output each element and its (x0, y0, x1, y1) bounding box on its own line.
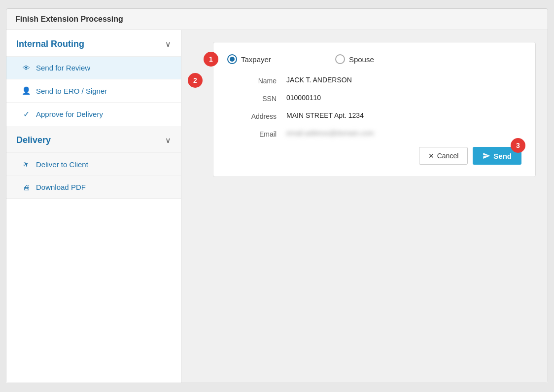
address-label: Address (227, 111, 277, 120)
name-value: JACK T. ANDERSON (286, 76, 352, 84)
spouse-radio-circle[interactable] (335, 54, 345, 64)
address-field-row: Address MAIN STREET Apt. 1234 (227, 111, 521, 120)
recipient-radio-row: 1 Taxpayer Spouse (227, 54, 521, 64)
sidebar-item-deliver-to-client[interactable]: ✈ Deliver to Client (6, 153, 181, 176)
name-field-row: Name JACK T. ANDERSON (227, 76, 521, 85)
spouse-radio-option[interactable]: Spouse (335, 54, 374, 64)
sidebar-item-send-to-ero[interactable]: 👤 Send to ERO / Signer (6, 79, 181, 102)
form-buttons-row: ✕ Cancel 3 Send (227, 147, 521, 165)
ssn-field-row: SSN 010000110 (227, 94, 521, 103)
send-to-ero-label: Send to ERO / Signer (36, 87, 107, 95)
fields-section: 2 Name JACK T. ANDERSON SSN 010000110 Ad… (227, 76, 521, 138)
internal-routing-header[interactable]: Internal Routing ∨ (6, 30, 181, 56)
taxpayer-radio-circle[interactable] (227, 54, 237, 64)
internal-routing-chevron: ∨ (165, 39, 171, 49)
internal-routing-title: Internal Routing (16, 39, 84, 49)
step-3-badge: 3 (511, 138, 525, 153)
delivery-chevron: ∨ (165, 136, 171, 145)
sidebar: Internal Routing ∨ 👁 Send for Review 👤 S… (6, 30, 181, 383)
form-card: 1 Taxpayer Spouse 2 Name JACK T. (213, 42, 536, 177)
cancel-label: Cancel (437, 152, 459, 160)
name-label: Name (227, 76, 277, 85)
window-title: Finish Extension Processing (15, 15, 123, 23)
ssn-value: 010000110 (286, 94, 321, 102)
taxpayer-label: Taxpayer (241, 55, 271, 64)
approve-delivery-label: Approve for Delivery (36, 110, 103, 118)
delivery-header[interactable]: Delivery ∨ (6, 126, 181, 152)
divider-7 (6, 198, 181, 199)
cancel-icon: ✕ (428, 152, 434, 160)
title-bar: Finish Extension Processing (6, 9, 548, 30)
send-for-review-label: Send for Review (36, 64, 90, 72)
email-value: email.address@domain.com (286, 129, 374, 137)
send-icon (483, 152, 490, 160)
plane-icon: ✈ (20, 158, 33, 171)
step-2-badge: 2 (188, 73, 203, 88)
content-area: Internal Routing ∨ 👁 Send for Review 👤 S… (6, 30, 548, 383)
email-label: Email (227, 129, 277, 138)
sidebar-item-approve-delivery[interactable]: ✓ Approve for Delivery (6, 103, 181, 126)
send-button[interactable]: 3 Send (473, 147, 521, 165)
person-icon: 👤 (21, 86, 31, 95)
main-window: Finish Extension Processing Internal Rou… (6, 8, 548, 383)
sidebar-item-download-pdf[interactable]: 🖨 Download PDF (6, 176, 181, 198)
print-icon: 🖨 (21, 183, 31, 191)
download-pdf-label: Download PDF (36, 183, 86, 191)
check-icon: ✓ (21, 109, 31, 119)
ssn-label: SSN (227, 94, 277, 103)
deliver-to-client-label: Deliver to Client (36, 160, 88, 169)
step-1-badge: 1 (204, 52, 218, 67)
delivery-title: Delivery (16, 135, 51, 145)
address-value: MAIN STREET Apt. 1234 (286, 111, 364, 119)
email-field-row: Email email.address@domain.com (227, 129, 521, 138)
main-content: 1 Taxpayer Spouse 2 Name JACK T. (181, 30, 548, 383)
sidebar-item-send-for-review[interactable]: 👁 Send for Review (6, 57, 181, 79)
spouse-label: Spouse (349, 55, 374, 64)
taxpayer-radio-option[interactable]: Taxpayer (227, 54, 271, 64)
cancel-button[interactable]: ✕ Cancel (419, 147, 468, 165)
send-label: Send (493, 152, 512, 160)
eye-icon: 👁 (21, 64, 31, 72)
